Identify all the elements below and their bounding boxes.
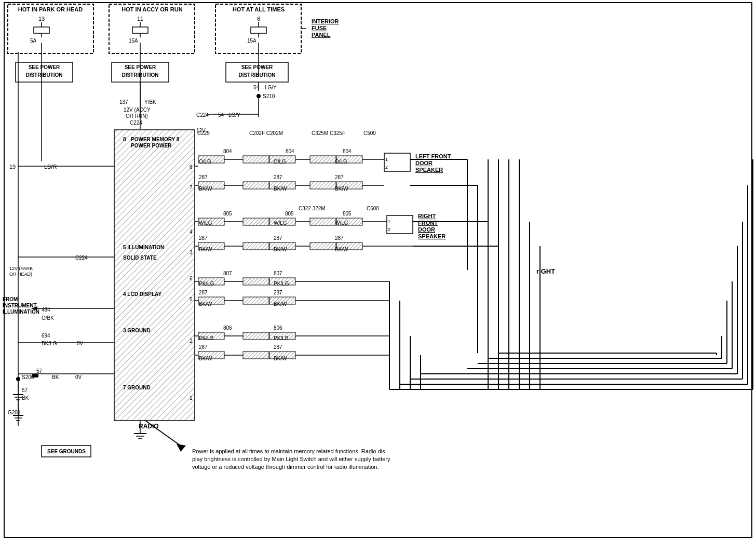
svg-text:484: 484 <box>42 307 50 313</box>
svg-text:57: 57 <box>22 387 28 393</box>
svg-rect-166 <box>243 218 269 225</box>
svg-text:DISTRIBUTION: DISTRIBUTION <box>238 72 275 78</box>
svg-text:FUSE: FUSE <box>312 25 327 31</box>
diagram-svg: HOT IN PARK OR HEAD HOT IN ACCY OR RUN H… <box>0 0 756 540</box>
svg-text:287: 287 <box>199 290 208 295</box>
svg-text:19: 19 <box>9 164 16 170</box>
svg-text:BK/W: BK/W <box>274 247 287 252</box>
svg-text:HOT IN PARK OR HEAD: HOT IN PARK OR HEAD <box>18 6 83 12</box>
svg-text:RIGHT: RIGHT <box>418 213 436 219</box>
svg-text:HOT IN ACCY OR RUN: HOT IN ACCY OR RUN <box>122 6 182 12</box>
svg-text:BK/W: BK/W <box>335 247 348 252</box>
svg-text:BK/W: BK/W <box>199 356 212 361</box>
svg-text:SEE POWER: SEE POWER <box>241 64 273 70</box>
svg-rect-126 <box>243 156 269 163</box>
svg-text:4 LCD DISPLAY: 4 LCD DISPLAY <box>123 291 161 297</box>
svg-text:DISTRIBUTION: DISTRIBUTION <box>25 72 62 78</box>
svg-text:PK/LG: PK/LG <box>274 281 289 287</box>
svg-text:C224: C224 <box>75 255 88 261</box>
svg-text:287: 287 <box>274 344 282 350</box>
svg-text:POWER    POWER: POWER POWER <box>131 143 172 148</box>
svg-text:O/LG: O/LG <box>335 159 347 165</box>
svg-text:voltage or a reduced voltage t: voltage or a reduced voltage through dim… <box>192 464 379 470</box>
svg-text:SPEAKER: SPEAKER <box>415 167 443 173</box>
svg-text:11: 11 <box>137 16 143 22</box>
svg-text:C322 322M: C322 322M <box>299 206 326 211</box>
svg-text:BK/W: BK/W <box>199 247 212 252</box>
svg-rect-236 <box>243 352 269 359</box>
svg-text:15A: 15A <box>129 38 138 44</box>
svg-text:4: 4 <box>190 229 193 235</box>
svg-text:12V (PARK: 12V (PARK <box>9 266 33 271</box>
svg-rect-101 <box>32 374 38 377</box>
svg-text:PK/LB: PK/LB <box>199 335 214 341</box>
svg-text:BK/W: BK/W <box>335 186 348 192</box>
svg-text:13: 13 <box>38 16 45 22</box>
svg-text:SOLID STATE: SOLID STATE <box>123 255 157 261</box>
svg-text:7 GROUND: 7 GROUND <box>123 385 151 390</box>
svg-text:O/BK: O/BK <box>42 315 54 321</box>
svg-text:12V (ACCY: 12V (ACCY <box>124 107 151 113</box>
svg-text:2: 2 <box>388 227 390 232</box>
svg-text:C325M C325F: C325M C325F <box>312 130 345 136</box>
svg-text:BK: BK <box>22 395 29 401</box>
svg-text:BK: BK <box>52 374 59 380</box>
svg-text:S210: S210 <box>263 93 275 99</box>
svg-text:INSTRUMENT: INSTRUMENT <box>3 303 37 308</box>
svg-text:SEE GROUNDS: SEE GROUNDS <box>47 449 86 454</box>
svg-text:DISTRIBUTION: DISTRIBUTION <box>122 72 158 78</box>
svg-text:BK/LG: BK/LG <box>42 341 57 346</box>
svg-text:LG/Y: LG/Y <box>228 112 240 118</box>
svg-text:8: 8 <box>257 16 260 22</box>
svg-text:694: 694 <box>42 333 50 339</box>
svg-text:BK/W: BK/W <box>199 301 212 307</box>
svg-text:0V: 0V <box>77 341 84 346</box>
svg-text:BK/W: BK/W <box>274 186 287 192</box>
svg-text:287: 287 <box>274 174 282 180</box>
svg-text:1: 1 <box>190 395 193 401</box>
svg-text:5: 5 <box>190 296 193 302</box>
svg-text:O/LG: O/LG <box>199 159 211 165</box>
svg-text:LG/Y: LG/Y <box>265 85 277 90</box>
svg-text:INTERIOR: INTERIOR <box>312 18 339 24</box>
svg-text:LB/R: LB/R <box>44 164 57 170</box>
svg-text:rIGHT: rIGHT <box>536 267 555 275</box>
svg-text:C224: C224 <box>196 112 209 118</box>
svg-text:OR RUN): OR RUN) <box>126 113 148 119</box>
svg-text:806: 806 <box>274 325 282 331</box>
svg-text:287: 287 <box>199 174 208 180</box>
svg-text:807: 807 <box>223 271 232 276</box>
svg-text:DOOR: DOOR <box>415 160 433 166</box>
svg-text:7: 7 <box>190 185 193 191</box>
svg-text:C500: C500 <box>363 130 376 136</box>
svg-text:287: 287 <box>335 174 344 180</box>
svg-text:PK/LG: PK/LG <box>199 281 214 287</box>
svg-text:804: 804 <box>343 148 352 154</box>
svg-text:RADIO: RADIO <box>139 423 159 430</box>
svg-text:SEE POWER: SEE POWER <box>125 64 156 70</box>
svg-rect-146 <box>243 182 269 189</box>
svg-text:SEE POWER: SEE POWER <box>29 64 60 70</box>
svg-text:5A: 5A <box>30 38 37 44</box>
svg-rect-148 <box>310 182 336 189</box>
svg-text:805: 805 <box>343 211 352 217</box>
wiring-diagram: HOT IN PARK OR HEAD HOT IN ACCY OR RUN H… <box>0 0 756 540</box>
svg-rect-187 <box>243 242 269 250</box>
svg-text:807: 807 <box>274 271 282 276</box>
svg-text:8: 8 <box>190 164 193 170</box>
svg-text:806: 806 <box>223 325 232 331</box>
svg-text:C225: C225 <box>197 130 210 136</box>
svg-point-44 <box>256 94 261 98</box>
svg-rect-128 <box>310 156 336 163</box>
svg-text:287: 287 <box>335 235 344 241</box>
svg-text:LEFT FRONT: LEFT FRONT <box>415 153 451 159</box>
svg-text:1: 1 <box>388 219 390 224</box>
svg-text:C202F C202M: C202F C202M <box>249 130 283 136</box>
svg-text:287: 287 <box>274 235 282 241</box>
svg-text:287: 287 <box>199 235 208 241</box>
svg-text:FRONT: FRONT <box>418 220 438 226</box>
svg-text:3: 3 <box>190 250 193 255</box>
svg-rect-227 <box>243 332 269 340</box>
svg-text:804: 804 <box>223 148 232 154</box>
svg-rect-58 <box>114 130 195 421</box>
